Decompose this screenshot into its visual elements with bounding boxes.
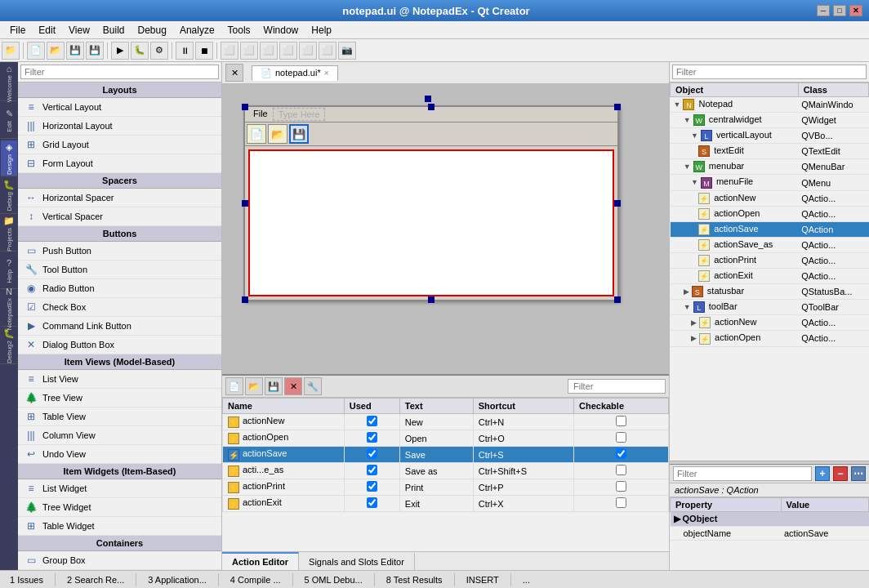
- action-checkable-checkbox[interactable]: [616, 448, 626, 459]
- notepad-window[interactable]: File Type Here 📄 📂 💾: [243, 105, 619, 301]
- widget-item-push-button[interactable]: ▭Push Button: [18, 242, 221, 261]
- widget-item-tool-button[interactable]: 🔧Tool Button: [18, 261, 221, 279]
- status-item-3[interactable]: 4 Compile ...: [225, 575, 286, 585]
- obj-row-notepad[interactable]: ▼ N Notepad QMainWindo: [671, 97, 869, 113]
- menu-item-file[interactable]: File: [3, 23, 32, 38]
- widget-item-undo-view[interactable]: ↩Undo View: [18, 445, 221, 464]
- sel-handle-bl[interactable]: [242, 296, 248, 303]
- widget-item-dialog-button-box[interactable]: ✕Dialog Button Box: [18, 336, 221, 354]
- widget-item-tree-view[interactable]: 🌲Tree View: [18, 389, 221, 408]
- action-checkable-checkbox[interactable]: [616, 465, 626, 475]
- minimize-button[interactable]: ─: [817, 5, 830, 16]
- action-used-checkbox[interactable]: [367, 465, 377, 475]
- action-row-actionprint[interactable]: ⚡actionPrint Print Ctrl+P: [223, 479, 669, 496]
- run-btn[interactable]: ▶: [111, 42, 129, 60]
- status-item-7[interactable]: ...: [518, 575, 535, 585]
- prop-filter-input[interactable]: [673, 466, 812, 481]
- widget-item-command-link-button[interactable]: ▶Command Link Button: [18, 317, 221, 336]
- notepad-ui-tab[interactable]: 📄 notepad.ui* ×: [252, 65, 338, 81]
- menu-item-tools[interactable]: Tools: [221, 23, 257, 38]
- close-button[interactable]: ✕: [849, 5, 862, 16]
- obj-row-actionopen[interactable]: ▶ ⚡ actionOpen QActio...: [671, 331, 869, 346]
- sidebar-icon-debug2[interactable]: 🐛Debug2: [1, 328, 17, 364]
- obj-row-toolbar[interactable]: ▼ L toolBar QToolBar: [671, 300, 869, 315]
- status-item-1[interactable]: 2 Search Re...: [62, 575, 129, 585]
- action-used-checkbox[interactable]: [367, 481, 377, 492]
- np-open-btn[interactable]: 📂: [268, 124, 287, 144]
- widget-item-column-view[interactable]: |||Column View: [18, 426, 221, 445]
- widget-item-horizontal-layout[interactable]: |||Horizontal Layout: [18, 117, 221, 136]
- save-file-btn[interactable]: 💾: [66, 42, 84, 60]
- widget-item-vertical-layout[interactable]: ≡Vertical Layout: [18, 98, 221, 117]
- sel-handle-bm[interactable]: [428, 296, 434, 303]
- menu-item-build[interactable]: Build: [96, 23, 131, 38]
- obj-row-centralwidget[interactable]: ▼ W centralwidget QWidget: [671, 113, 869, 128]
- action-filter-input[interactable]: [568, 379, 666, 394]
- prop-remove-btn[interactable]: −: [833, 466, 848, 481]
- action-row-actionsave[interactable]: ⚡actionSave Save Ctrl+S: [223, 447, 669, 463]
- sel-handle-ml[interactable]: [242, 200, 248, 207]
- notepad-ui-tab-close[interactable]: ×: [324, 69, 329, 78]
- action-new-btn[interactable]: 📄: [225, 377, 243, 395]
- stop-btn[interactable]: ⏹: [195, 42, 213, 60]
- sel-handle-br[interactable]: [614, 296, 621, 303]
- new-file-btn[interactable]: 📄: [27, 42, 45, 60]
- layout4-btn[interactable]: ⬜: [279, 42, 297, 60]
- maximize-button[interactable]: □: [833, 5, 846, 16]
- widget-filter-input[interactable]: [20, 65, 219, 79]
- sel-handle-tl[interactable]: [242, 104, 248, 110]
- action-used-checkbox[interactable]: [367, 448, 377, 459]
- menu-item-edit[interactable]: Edit: [32, 23, 62, 38]
- notepad-type-here[interactable]: Type Here: [273, 108, 326, 121]
- action-open-btn[interactable]: 📂: [245, 377, 263, 395]
- action-edit-btn[interactable]: 🔧: [304, 377, 322, 395]
- action-row-acti-e_as[interactable]: ⚡acti...e_as Save as Ctrl+Shift+S: [223, 463, 669, 479]
- sidebar-icon-welcome[interactable]: ⌂Welcome: [1, 65, 17, 101]
- obj-row-menufile[interactable]: ▼ M menuFile QMenu: [671, 175, 869, 190]
- widget-item-vertical-spacer[interactable]: ↕Vertical Spacer: [18, 207, 221, 226]
- debug-btn[interactable]: 🐛: [131, 42, 149, 60]
- layout3-btn[interactable]: ⬜: [260, 42, 278, 60]
- open-project-btn[interactable]: 📁: [2, 42, 20, 60]
- notepad-file-menu[interactable]: File: [248, 108, 273, 121]
- obj-filter-input[interactable]: [672, 65, 867, 79]
- widget-item-form-layout[interactable]: ⊟Form Layout: [18, 154, 221, 173]
- sidebar-icon-debug[interactable]: 🐛Debug: [1, 178, 17, 214]
- widget-item-check-box[interactable]: ☑Check Box: [18, 298, 221, 317]
- build-btn[interactable]: ⚙: [150, 42, 168, 60]
- obj-row-actionprint[interactable]: ⚡ actionPrint QActio...: [671, 252, 869, 268]
- menu-item-help[interactable]: Help: [305, 23, 338, 38]
- obj-row-actionexit[interactable]: ⚡ actionExit QActio...: [671, 269, 869, 284]
- action-save-btn[interactable]: 💾: [265, 377, 283, 395]
- obj-row-actionsave_as[interactable]: ⚡ actionSave_as QActio...: [671, 237, 869, 252]
- action-row-actionopen[interactable]: ⚡actionOpen Open Ctrl+O: [223, 430, 669, 447]
- close-tab-btn[interactable]: ✕: [225, 64, 243, 82]
- obj-row-textedit[interactable]: S textEdit QTextEdit: [671, 144, 869, 159]
- action-used-checkbox[interactable]: [367, 416, 377, 426]
- prop-group-expand[interactable]: ▶: [674, 514, 680, 523]
- menu-item-view[interactable]: View: [62, 23, 96, 38]
- sidebar-icon-projects[interactable]: 📁Projects: [1, 216, 17, 252]
- action-used-checkbox[interactable]: [367, 432, 377, 443]
- signals-slots-tab[interactable]: Signals and Slots Editor: [299, 552, 415, 570]
- sidebar-icon-notepadex[interactable]: NNotepadEx: [1, 291, 17, 327]
- sel-handle-mr[interactable]: [614, 200, 621, 207]
- widget-item-table-widget[interactable]: ⊞Table Widget: [18, 517, 221, 536]
- widget-item-grid-layout[interactable]: ⊞Grid Layout: [18, 136, 221, 154]
- obj-row-actionnew[interactable]: ▶ ⚡ actionNew QActio...: [671, 315, 869, 331]
- widget-item-radio-button[interactable]: ◉Radio Button: [18, 279, 221, 298]
- sel-handle-tm[interactable]: [428, 104, 434, 110]
- menu-item-analyze[interactable]: Analyze: [173, 23, 221, 38]
- layout6-btn[interactable]: ⬜: [319, 42, 336, 60]
- obj-row-actionsave[interactable]: ⚡ actionSave QAction: [671, 221, 869, 237]
- widget-item-horizontal-spacer[interactable]: ↔Horizontal Spacer: [18, 189, 221, 207]
- action-checkable-checkbox[interactable]: [616, 481, 626, 492]
- status-item-5[interactable]: 8 Test Results: [381, 575, 448, 585]
- action-used-checkbox[interactable]: [367, 497, 377, 508]
- sel-handle-tr[interactable]: [614, 104, 621, 110]
- action-checkable-checkbox[interactable]: [616, 497, 626, 508]
- action-editor-tab[interactable]: Action Editor: [222, 552, 299, 570]
- open-file-btn[interactable]: 📂: [47, 42, 65, 60]
- widget-item-list-widget[interactable]: ≡List Widget: [18, 479, 221, 498]
- menu-item-debug[interactable]: Debug: [131, 23, 173, 38]
